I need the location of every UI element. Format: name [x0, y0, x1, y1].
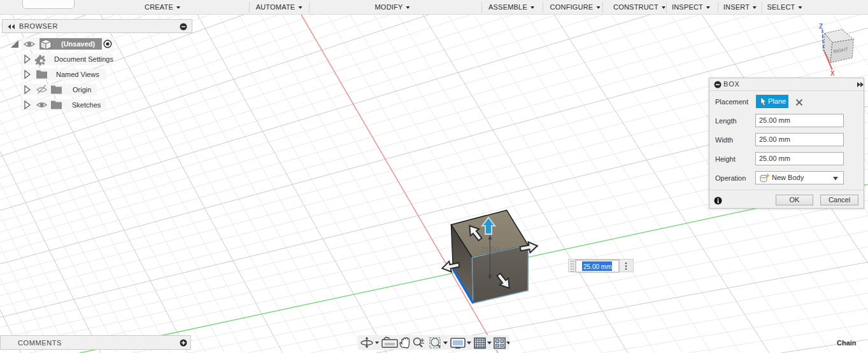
svg-text:25.00: 25.00 — [481, 246, 499, 253]
svg-text:X: X — [830, 70, 835, 77]
svg-text:25.00 mm: 25.00 mm — [583, 263, 611, 270]
svg-text:Z: Z — [819, 23, 823, 30]
